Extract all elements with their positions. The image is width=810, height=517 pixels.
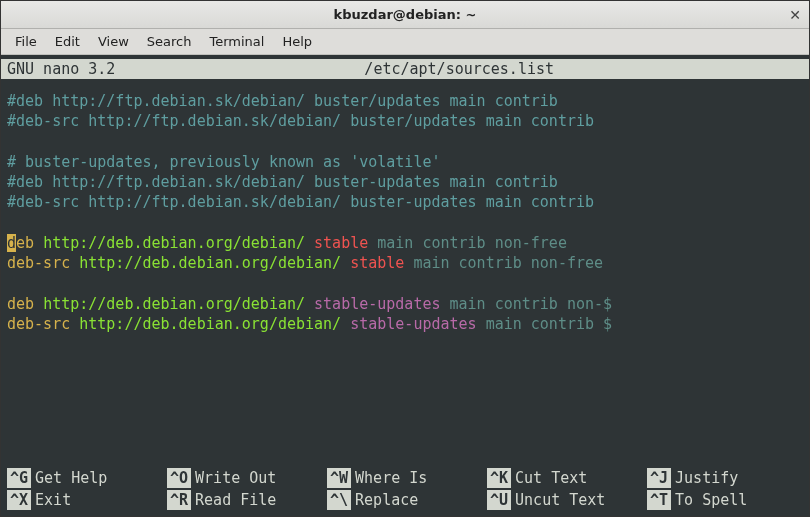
editor-line[interactable]: deb-src http://deb.debian.org/debian/ st… [7,314,803,334]
editor-content[interactable]: #deb http://ftp.debian.sk/debian/ buster… [7,81,803,468]
close-icon[interactable]: ✕ [789,7,801,23]
shortcut-key: ^R [167,490,191,510]
menu-search[interactable]: Search [139,31,200,52]
editor-line[interactable] [7,132,803,152]
editor-segment: main contrib non-free [413,254,603,272]
editor-line[interactable] [7,273,803,293]
window-title: kbuzdar@debian: ~ [334,7,477,22]
shortcut-key: ^O [167,468,191,488]
editor-line[interactable]: #deb-src http://ftp.debian.sk/debian/ bu… [7,111,803,131]
editor-line[interactable]: #deb http://ftp.debian.sk/debian/ buster… [7,91,803,111]
shortcut-label: Write Out [195,468,323,488]
editor-line[interactable] [7,213,803,233]
editor-segment: http://deb.debian.org/debian/ [43,295,314,313]
editor-line[interactable]: #deb http://ftp.debian.sk/debian/ buster… [7,172,803,192]
shortcut-label: Exit [35,490,163,510]
shortcut-label: Replace [355,490,483,510]
shortcut-label: Read File [195,490,323,510]
shortcut-key: ^U [487,490,511,510]
menu-edit[interactable]: Edit [47,31,88,52]
editor-line[interactable]: deb-src http://deb.debian.org/debian/ st… [7,253,803,273]
editor-segment: http://deb.debian.org/debian/ [79,254,350,272]
editor-segment: http://deb.debian.org/debian/ [43,234,314,252]
menubar: File Edit View Search Terminal Help [1,29,809,55]
editor-segment: d [7,234,16,252]
editor-segment: deb-src [7,315,79,333]
editor-segment: stable-updates [350,315,485,333]
editor-segment: #deb-src http://ftp.debian.sk/debian/ bu… [7,193,594,211]
editor-segment: deb-src [7,254,79,272]
nano-filename: /etc/apt/sources.list [115,59,803,79]
editor-segment: eb [16,234,43,252]
nano-app-version: GNU nano 3.2 [7,59,115,79]
shortcut-label: Cut Text [515,468,643,488]
editor-line[interactable]: #deb-src http://ftp.debian.sk/debian/ bu… [7,192,803,212]
menu-help[interactable]: Help [274,31,320,52]
nano-shortcuts: ^G Get Help^O Write Out^W Where Is^K Cut… [7,468,803,511]
shortcut-label: Justify [675,468,803,488]
editor-segment: stable [314,234,377,252]
shortcut-key: ^\ [327,490,351,510]
shortcut-key: ^T [647,490,671,510]
shortcut-label: Get Help [35,468,163,488]
editor-line[interactable]: # buster-updates, previously known as 'v… [7,152,803,172]
editor-segment: #deb-src http://ftp.debian.sk/debian/ bu… [7,112,594,130]
nano-header: GNU nano 3.2 /etc/apt/sources.list [1,59,809,79]
shortcut-key: ^X [7,490,31,510]
terminal-area[interactable]: GNU nano 3.2 /etc/apt/sources.list #deb … [1,55,809,516]
shortcut-label: Where Is [355,468,483,488]
menu-terminal[interactable]: Terminal [201,31,272,52]
editor-segment: deb [7,295,43,313]
editor-segment: main contrib non-free [377,234,567,252]
editor-line[interactable]: deb http://deb.debian.org/debian/ stable… [7,233,803,253]
titlebar[interactable]: kbuzdar@debian: ~ ✕ [1,1,809,29]
editor-segment: stable [350,254,413,272]
menu-file[interactable]: File [7,31,45,52]
editor-segment: stable-updates [314,295,449,313]
shortcut-key: ^G [7,468,31,488]
editor-line[interactable]: deb http://deb.debian.org/debian/ stable… [7,294,803,314]
editor-segment: #deb http://ftp.debian.sk/debian/ buster… [7,173,558,191]
shortcut-key: ^W [327,468,351,488]
editor-segment: #deb http://ftp.debian.sk/debian/ buster… [7,92,558,110]
editor-segment: http://deb.debian.org/debian/ [79,315,350,333]
editor-segment: main contrib $ [486,315,612,333]
shortcut-label: Uncut Text [515,490,643,510]
menu-view[interactable]: View [90,31,137,52]
shortcut-key: ^K [487,468,511,488]
terminal-window: kbuzdar@debian: ~ ✕ File Edit View Searc… [0,0,810,517]
editor-segment: # buster-updates, previously known as 'v… [7,153,440,171]
shortcut-key: ^J [647,468,671,488]
editor-segment: main contrib non-$ [450,295,613,313]
shortcut-label: To Spell [675,490,803,510]
